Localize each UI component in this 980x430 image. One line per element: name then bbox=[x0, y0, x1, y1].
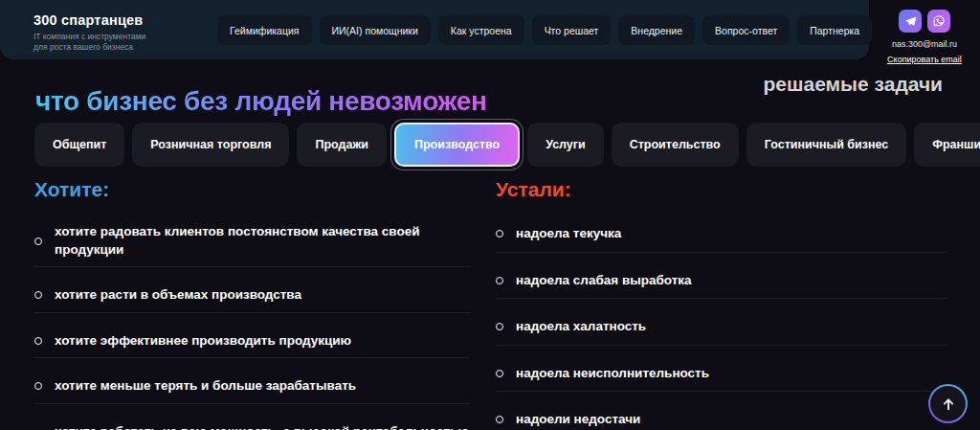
category-tab[interactable]: Строительство bbox=[612, 123, 739, 167]
nav-item[interactable]: Вопрос-ответ bbox=[702, 15, 790, 45]
list-item-text: хотите работать на всю мощность, с высок… bbox=[55, 423, 470, 430]
nav-item[interactable]: Как устроена bbox=[438, 15, 524, 45]
list-item: хотите работать на всю мощность, с высок… bbox=[34, 404, 470, 430]
circle-bullet-icon bbox=[496, 416, 503, 423]
list-item: хотите меньше терять и больше зарабатыва… bbox=[34, 358, 470, 404]
list-item-text: надоела неисполнительность bbox=[516, 365, 709, 383]
hero-heading: что бизнес без людей невозможен bbox=[35, 86, 487, 117]
circle-bullet-icon bbox=[496, 230, 503, 238]
want-list: хотите радовать клиентов постоянством ка… bbox=[34, 204, 470, 430]
copy-email-link[interactable]: Скопировать email bbox=[887, 55, 962, 64]
list-item: надоела текучка bbox=[496, 206, 947, 253]
circle-bullet-icon bbox=[496, 277, 503, 284]
list-item-text: надоели недостачи bbox=[516, 411, 640, 429]
list-item: надоела слабая выработка bbox=[496, 253, 947, 300]
list-item-text: надоела халатность bbox=[516, 318, 646, 336]
list-item: надоела халатность bbox=[496, 299, 947, 346]
list-item: хотите радовать клиентов постоянством ка… bbox=[34, 204, 470, 267]
category-tab[interactable]: Продажи bbox=[297, 123, 387, 167]
tired-title: Устали: bbox=[496, 178, 571, 201]
list-item: хотите эффективнее производить продукцию bbox=[34, 313, 470, 359]
list-item-text: хотите расти в объемах производства bbox=[55, 286, 301, 305]
nav-item[interactable]: Партнерка bbox=[797, 15, 872, 45]
nav-item[interactable]: Что решает bbox=[532, 15, 612, 45]
list-item: хотите расти в объемах производства bbox=[34, 267, 470, 313]
list-item-text: хотите меньше терять и больше зарабатыва… bbox=[55, 377, 356, 396]
list-item: надоели недостачи bbox=[496, 392, 947, 430]
arrow-up-icon bbox=[930, 386, 966, 421]
category-tab[interactable]: Производство bbox=[394, 123, 520, 167]
circle-bullet-icon bbox=[496, 370, 503, 377]
logo-subtitle: IT компания с инструментами для роста ва… bbox=[33, 32, 145, 53]
telegram-icon[interactable] bbox=[899, 10, 922, 33]
contact-block: nas.300@mail.ru Скопировать email bbox=[879, 10, 970, 66]
list-item-text: хотите эффективнее производить продукцию bbox=[55, 332, 351, 351]
list-item: надоела неисполнительность bbox=[496, 346, 947, 393]
list-item-text: хотите радовать клиентов постоянством ка… bbox=[55, 223, 470, 259]
whatsapp-icon[interactable] bbox=[927, 10, 950, 33]
circle-bullet-icon bbox=[34, 238, 42, 245]
list-item-text: надоела текучка bbox=[516, 225, 621, 243]
want-title: Хотите: bbox=[34, 178, 109, 201]
circle-bullet-icon bbox=[496, 323, 503, 330]
category-tab[interactable]: Общепит bbox=[34, 123, 124, 167]
contact-email: nas.300@mail.ru bbox=[879, 39, 970, 49]
logo-title: 300 спартанцев bbox=[33, 12, 145, 28]
circle-bullet-icon bbox=[34, 337, 42, 345]
nav-item[interactable]: Внедрение bbox=[618, 15, 695, 45]
category-tab[interactable]: Услуги bbox=[527, 123, 604, 167]
nav-item[interactable]: Геймификация bbox=[217, 15, 312, 45]
category-tab[interactable]: Розничная торговля bbox=[132, 123, 289, 167]
circle-bullet-icon bbox=[34, 382, 42, 390]
circle-bullet-icon bbox=[34, 291, 42, 299]
main-nav: Геймификация ИИ(AI) помощники Как устрое… bbox=[217, 15, 872, 45]
logo-subtitle-line2: для роста вашего бизнеса bbox=[33, 42, 133, 52]
scroll-to-top-button[interactable] bbox=[928, 384, 968, 423]
nav-item[interactable]: ИИ(AI) помощники bbox=[320, 15, 431, 45]
tired-list: надоела текучка надоела слабая выработка… bbox=[496, 206, 947, 430]
category-tab[interactable]: Гостиничный бизнес bbox=[746, 123, 906, 167]
page: 300 спартанцев IT компания с инструмента… bbox=[0, 0, 980, 430]
logo-subtitle-line1: IT компания с инструментами bbox=[33, 32, 145, 41]
top-header: 300 спартанцев IT компания с инструмента… bbox=[0, 0, 869, 59]
social-icons bbox=[879, 10, 970, 33]
logo[interactable]: 300 спартанцев IT компания с инструмента… bbox=[33, 12, 145, 53]
category-tabs: Общепит Розничная торговля Продажи Произ… bbox=[34, 123, 980, 167]
section-title-tasks: решаемые задачи bbox=[763, 73, 943, 96]
list-item-text: надоела слабая выработка bbox=[516, 272, 692, 290]
category-tab[interactable]: Франшиза bbox=[914, 123, 980, 167]
